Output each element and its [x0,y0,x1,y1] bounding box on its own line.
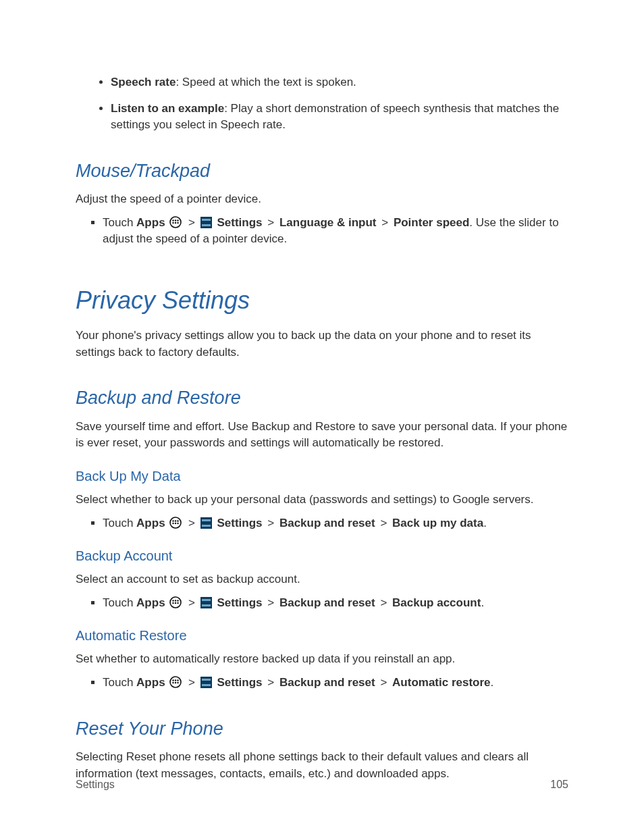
list-item: Touch Apps > Settings > Backup and reset… [103,515,568,532]
settings-label: Settings [217,216,262,229]
apps-label: Apps [136,596,165,609]
svg-point-9 [175,520,176,521]
svg-point-18 [173,602,174,604]
apps-label: Apps [136,216,165,229]
svg-point-16 [175,600,176,601]
svg-point-1 [173,219,174,221]
svg-point-23 [175,679,176,681]
breadcrumb-separator: > [267,517,274,529]
settings-icon [200,597,212,608]
breadcrumb-separator: > [267,676,274,689]
svg-point-25 [173,682,174,683]
settings-label: Settings [217,676,262,689]
svg-point-26 [175,682,176,683]
heading-backup-restore: Backup and Restore [76,385,568,411]
svg-point-17 [178,600,179,601]
list-item: Touch Apps > Settings > Language & input… [103,215,568,248]
step-suffix: . [481,596,484,609]
intro-bullet-list: Speech rate: Speed at which the text is … [76,74,568,134]
step-prefix: Touch [103,517,136,529]
path-label: Backup and reset [279,596,375,609]
svg-point-27 [178,682,179,683]
bullet-bold: Speech rate [111,76,176,88]
list-item: Touch Apps > Settings > Backup and reset… [103,595,568,612]
svg-point-10 [178,520,179,521]
apps-icon [169,596,182,608]
breadcrumb-separator: > [188,676,195,689]
svg-point-20 [178,602,179,604]
apps-label: Apps [136,676,165,689]
heading-backup-account: Backup Account [76,546,568,566]
breadcrumb-separator: > [381,216,388,229]
step-list: Touch Apps > Settings > Backup and reset… [76,675,568,692]
settings-icon [200,517,212,529]
svg-point-15 [173,600,174,601]
settings-label: Settings [217,517,262,529]
body-text: Your phone's privacy settings allow you … [76,328,568,361]
page-footer: Settings 105 [76,777,568,792]
path-label: Backup account [392,596,481,609]
body-text: Adjust the speed of a pointer device. [76,191,568,208]
heading-automatic-restore: Automatic Restore [76,626,568,646]
footer-page-number: 105 [550,777,568,792]
list-item: Speech rate: Speed at which the text is … [111,74,568,91]
svg-point-22 [173,679,174,681]
body-text: Select whether to back up your personal … [76,492,568,509]
svg-point-6 [178,222,179,224]
svg-point-8 [173,520,174,521]
body-text: Set whether to automatically restore bac… [76,651,568,668]
breadcrumb-separator: > [380,517,387,529]
path-label: Backup and reset [279,676,375,689]
step-prefix: Touch [103,216,136,229]
svg-point-4 [173,222,174,224]
svg-point-11 [173,522,174,523]
apps-icon [169,216,182,228]
svg-point-3 [178,219,179,221]
heading-reset-phone: Reset Your Phone [76,716,568,742]
breadcrumb-separator: > [267,596,274,609]
footer-section-name: Settings [76,777,115,792]
settings-icon [200,217,212,228]
path-label: Backup and reset [279,517,375,529]
path-label: Back up my data [392,517,483,529]
step-suffix: . [491,676,494,689]
breadcrumb-separator: > [188,216,195,229]
bullet-bold: Listen to an example [111,102,224,115]
apps-icon [169,517,182,529]
heading-privacy-settings: Privacy Settings [76,283,568,318]
svg-point-19 [175,602,176,604]
step-prefix: Touch [103,596,136,609]
breadcrumb-separator: > [188,517,195,529]
svg-point-12 [175,522,176,523]
breadcrumb-separator: > [188,596,195,609]
heading-mouse-trackpad: Mouse/Trackpad [76,158,568,184]
body-text: Select an account to set as backup accou… [76,571,568,588]
settings-label: Settings [217,596,262,609]
bullet-text: : Speed at which the text is spoken. [176,76,356,88]
list-item: Listen to an example: Play a short demon… [111,101,568,134]
settings-icon [200,677,212,688]
step-list: Touch Apps > Settings > Backup and reset… [76,595,568,612]
svg-point-13 [178,522,179,523]
path-label: Pointer speed [394,216,469,229]
step-list: Touch Apps > Settings > Language & input… [76,215,568,248]
breadcrumb-separator: > [380,676,387,689]
list-item: Touch Apps > Settings > Backup and reset… [103,675,568,692]
step-list: Touch Apps > Settings > Backup and reset… [76,515,568,532]
body-text: Save yourself time and effort. Use Backu… [76,419,568,452]
path-label: Automatic restore [392,676,490,689]
heading-back-up-my-data: Back Up My Data [76,467,568,486]
step-prefix: Touch [103,676,136,689]
step-suffix: . [483,517,487,529]
svg-point-2 [175,219,176,221]
apps-label: Apps [136,517,165,529]
page: Speech rate: Speed at which the text is … [0,0,644,834]
svg-point-5 [175,222,176,224]
svg-point-24 [178,679,179,681]
breadcrumb-separator: > [380,596,387,609]
breadcrumb-separator: > [267,216,274,229]
path-label: Language & input [279,216,377,229]
apps-icon [169,676,182,688]
